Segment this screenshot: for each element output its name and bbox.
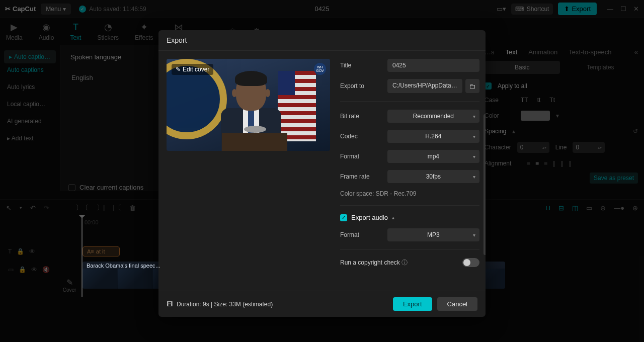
- divider: [340, 249, 479, 250]
- export-audio-label: Export audio: [351, 214, 388, 221]
- title-input[interactable]: 0425: [387, 59, 479, 72]
- colorspace-info: Color space: SDR - Rec.709: [340, 190, 479, 197]
- export-modal: Export WH GOV ✎ Edit cover Title 0425 Ex…: [158, 30, 486, 317]
- flag-graphic: [278, 71, 316, 141]
- folder-icon: 🗀: [469, 82, 475, 90]
- chevron-down-icon: ▾: [473, 134, 475, 139]
- modal-title: Export: [158, 30, 486, 51]
- scrollbar[interactable]: [484, 114, 486, 255]
- modal-cancel-button[interactable]: Cancel: [437, 297, 477, 311]
- audio-format-row: Format MP3▾: [340, 228, 479, 241]
- export-info: 🎞 Duration: 9s | Size: 33M (estimated): [167, 301, 273, 308]
- export-to-label: Export to: [340, 82, 381, 90]
- export-to-row: Export to C:/Users/HP/AppData… 🗀: [340, 79, 479, 93]
- video-clip-title: Barack Obama's final speec…: [87, 263, 161, 269]
- copyright-label: Run a copyright check: [340, 259, 400, 266]
- wh-badge: WH GOV: [314, 63, 326, 75]
- info-icon[interactable]: ⓘ: [401, 259, 408, 266]
- film-icon: 🎞: [167, 301, 173, 308]
- title-label: Title: [340, 62, 381, 69]
- modal-body: WH GOV ✎ Edit cover Title 0425 Export to…: [158, 51, 486, 291]
- codec-value: H.264: [425, 133, 441, 140]
- audio-format-value: MP3: [427, 231, 440, 238]
- pencil-icon: ✎: [176, 66, 181, 73]
- format-value: mp4: [428, 153, 439, 160]
- codec-label: Codec: [340, 133, 381, 140]
- modal-footer: 🎞 Duration: 9s | Size: 33M (estimated) E…: [158, 291, 486, 317]
- chevron-down-icon: ▾: [473, 114, 475, 119]
- edit-cover-label: Edit cover: [183, 66, 209, 73]
- chevron-down-icon: ▾: [473, 232, 475, 238]
- edit-cover-button[interactable]: ✎ Edit cover: [172, 64, 213, 75]
- codec-row: Codec H.264▾: [340, 130, 479, 143]
- divider: [340, 101, 479, 102]
- audio-format-select[interactable]: MP3▾: [387, 228, 479, 241]
- bitrate-label: Bit rate: [340, 113, 381, 120]
- podium-graphic: [222, 133, 287, 151]
- codec-select[interactable]: H.264▾: [387, 130, 479, 143]
- export-info-text: Duration: 9s | Size: 33M (estimated): [177, 301, 273, 308]
- modal-export-button[interactable]: Export: [393, 297, 432, 311]
- format-row: Format mp4▾: [340, 150, 479, 163]
- divider: [340, 205, 479, 206]
- checkbox-icon: ✓: [340, 214, 347, 221]
- framerate-row: Frame rate 30fps▾: [340, 170, 479, 183]
- export-form: Title 0425 Export to C:/Users/HP/AppData…: [340, 59, 486, 283]
- framerate-label: Frame rate: [340, 173, 381, 180]
- bitrate-row: Bit rate Recommended▾: [340, 110, 479, 123]
- format-select[interactable]: mp4▾: [387, 150, 479, 163]
- copyright-toggle[interactable]: [462, 258, 479, 267]
- framerate-select[interactable]: 30fps▾: [387, 170, 479, 183]
- cover-preview: WH GOV ✎ Edit cover: [167, 59, 330, 151]
- browse-folder-button[interactable]: 🗀: [465, 79, 479, 93]
- export-audio-row[interactable]: ✓ Export audio ▴: [340, 214, 479, 221]
- framerate-value: 30fps: [426, 173, 441, 180]
- chevron-up-icon: ▴: [392, 215, 394, 220]
- format-label: Format: [340, 153, 381, 160]
- copyright-row: Run a copyright check ⓘ: [340, 258, 479, 267]
- export-path-input[interactable]: C:/Users/HP/AppData…: [387, 79, 462, 93]
- bitrate-select[interactable]: Recommended▾: [387, 110, 479, 123]
- bitrate-value: Recommended: [413, 113, 454, 120]
- chevron-down-icon: ▾: [473, 154, 475, 159]
- audio-format-label: Format: [340, 231, 381, 238]
- title-row: Title 0425: [340, 59, 479, 72]
- chevron-down-icon: ▾: [473, 174, 475, 180]
